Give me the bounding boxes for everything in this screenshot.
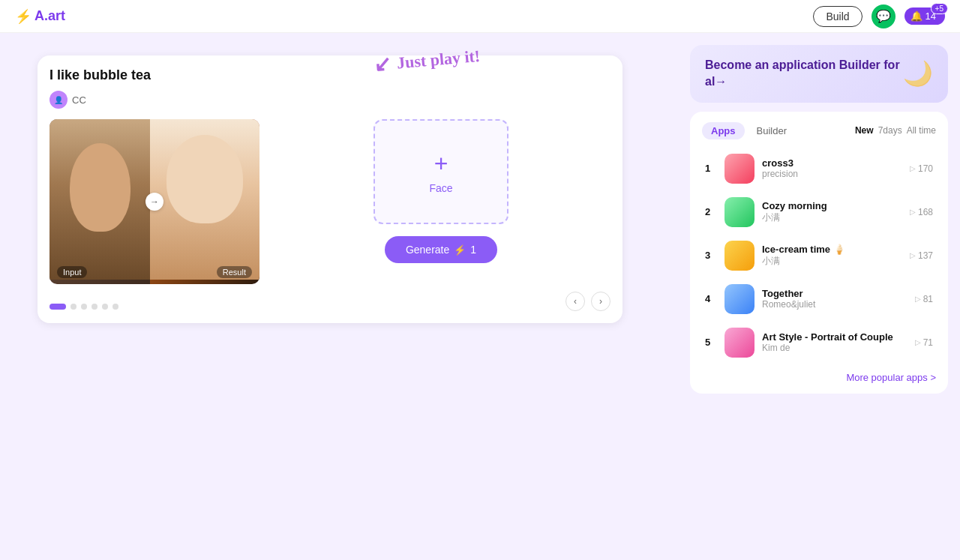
rank-1: 1	[705, 163, 717, 174]
tab-builder[interactable]: Builder	[748, 122, 796, 139]
input-label: Input	[57, 266, 87, 278]
app-info-1: cross3 precision	[762, 157, 902, 179]
plays-count-4: 81	[923, 294, 933, 304]
app-content-area: Input Result → + Face Generate	[50, 119, 610, 284]
carousel-controls: ‹ ›	[50, 292, 610, 311]
arrow-icon: ↙	[373, 51, 392, 77]
app-name-3: Ice-cream time 🍦	[762, 244, 902, 255]
generate-label: Generate	[406, 244, 449, 256]
app-list: 1 cross3 precision ▷ 170 2	[702, 148, 936, 363]
time-alltime[interactable]: All time	[907, 125, 936, 136]
plays-count-1: 170	[918, 163, 933, 174]
app-plays-5: ▷ 71	[915, 337, 933, 348]
more-popular-apps-link[interactable]: More popular apps >	[702, 372, 936, 383]
promo-banner[interactable]: Become an application Builder for al→ 🌙	[690, 45, 948, 103]
tab-apps[interactable]: Apps	[702, 122, 745, 139]
app-card-title: I like bubble tea	[50, 67, 610, 83]
app-name-1: cross3	[762, 157, 902, 169]
build-button[interactable]: Build	[813, 6, 862, 27]
result-label: Result	[217, 266, 252, 278]
notification-badge: +5	[931, 3, 948, 14]
divider-arrow-icon: →	[146, 193, 164, 211]
upload-area: + Face Generate ⚡ 1	[272, 119, 610, 263]
plays-count-2: 168	[918, 207, 933, 217]
bell-icon: 🔔	[910, 10, 922, 22]
rank-2: 2	[705, 206, 717, 217]
rank-5: 5	[705, 337, 717, 348]
logo-text: A.art	[34, 8, 65, 24]
list-item[interactable]: 5 Art Style - Portrait of Couple Kim de …	[702, 322, 936, 363]
promo-text: Become an application Builder for al→	[705, 57, 903, 91]
author-avatar: 👤	[50, 91, 68, 109]
generate-button[interactable]: Generate ⚡ 1	[385, 236, 497, 263]
logo[interactable]: ⚡ A.art	[15, 8, 65, 25]
image-comparison: Input Result →	[50, 119, 260, 284]
nav-arrows: ‹ ›	[566, 292, 610, 311]
app-thumb-1	[724, 154, 754, 184]
tab-group: Apps Builder	[702, 122, 796, 139]
app-author-3: 小满	[762, 255, 902, 268]
app-author-4: Romeo&juliet	[762, 299, 908, 310]
app-plays-2: ▷ 168	[910, 207, 933, 217]
play-icon-1: ▷	[910, 164, 916, 172]
time-new[interactable]: New	[855, 125, 874, 136]
dot-1[interactable]	[50, 304, 66, 310]
list-item[interactable]: 2 Cozy morning 小满 ▷ 168	[702, 192, 936, 232]
wechat-icon[interactable]: 💬	[872, 4, 896, 28]
dot-6[interactable]	[112, 304, 118, 310]
dot-2[interactable]	[70, 304, 76, 310]
header-right: Build 💬 🔔 14 +5	[813, 4, 945, 28]
app-plays-4: ▷ 81	[915, 294, 933, 304]
app-thumb-5	[724, 328, 754, 358]
time-7days[interactable]: 7days	[878, 125, 902, 136]
carousel-dots	[50, 304, 118, 310]
notification-button[interactable]: 🔔 14 +5	[904, 7, 945, 25]
face-label: Face	[429, 182, 452, 194]
right-panel: Become an application Builder for al→ 🌙 …	[690, 33, 960, 560]
left-panel: ↙ Just play it! I like bubble tea 👤 CC I…	[0, 33, 690, 560]
list-item[interactable]: 1 cross3 precision ▷ 170	[702, 148, 936, 189]
app-name-2: Cozy morning	[762, 200, 902, 211]
dot-4[interactable]	[92, 304, 98, 310]
app-author-1: precision	[762, 169, 902, 179]
app-plays-3: ▷ 137	[910, 250, 933, 261]
app-info-4: Together Romeo&juliet	[762, 288, 908, 310]
dot-5[interactable]	[102, 304, 108, 310]
app-author-2: 小满	[762, 211, 902, 224]
app-name-5: Art Style - Portrait of Couple	[762, 331, 908, 343]
popular-section: Apps Builder New 7days All time 1 cross3…	[690, 112, 948, 394]
result-image: Result	[150, 119, 260, 284]
rank-4: 4	[705, 293, 717, 304]
lightning-icon: ⚡	[454, 244, 466, 256]
face-upload-box[interactable]: + Face	[374, 119, 508, 224]
generate-cost: 1	[470, 244, 476, 256]
plays-count-5: 71	[923, 337, 933, 348]
author-name: CC	[72, 94, 86, 106]
app-info-2: Cozy morning 小满	[762, 200, 902, 224]
app-thumb-3	[724, 241, 754, 271]
time-group: New 7days All time	[855, 125, 936, 136]
header: ⚡ A.art Build 💬 🔔 14 +5	[0, 0, 960, 33]
face-right-img	[150, 119, 260, 280]
app-thumb-4	[724, 284, 754, 314]
tabs-row: Apps Builder New 7days All time	[702, 122, 936, 139]
main-content: ↙ Just play it! I like bubble tea 👤 CC I…	[0, 33, 960, 560]
play-icon-4: ▷	[915, 295, 921, 303]
avatar-icon: 👤	[54, 96, 63, 104]
app-info-3: Ice-cream time 🍦 小满	[762, 244, 902, 268]
input-image: Input	[50, 119, 150, 284]
logo-icon: ⚡	[15, 8, 32, 25]
play-icon-2: ▷	[910, 208, 916, 216]
app-info-5: Art Style - Portrait of Couple Kim de	[762, 331, 908, 353]
promo-moon-icon: 🌙	[903, 59, 933, 88]
app-author-5: Kim de	[762, 343, 908, 353]
prev-arrow[interactable]: ‹	[566, 292, 585, 311]
plus-icon: +	[434, 150, 448, 178]
face-left-img	[50, 119, 150, 280]
list-item[interactable]: 3 Ice-cream time 🍦 小满 ▷ 137	[702, 235, 936, 276]
dot-3[interactable]	[81, 304, 87, 310]
next-arrow[interactable]: ›	[591, 292, 610, 311]
list-item[interactable]: 4 Together Romeo&juliet ▷ 81	[702, 279, 936, 319]
app-name-4: Together	[762, 288, 908, 299]
plays-count-3: 137	[918, 250, 933, 261]
